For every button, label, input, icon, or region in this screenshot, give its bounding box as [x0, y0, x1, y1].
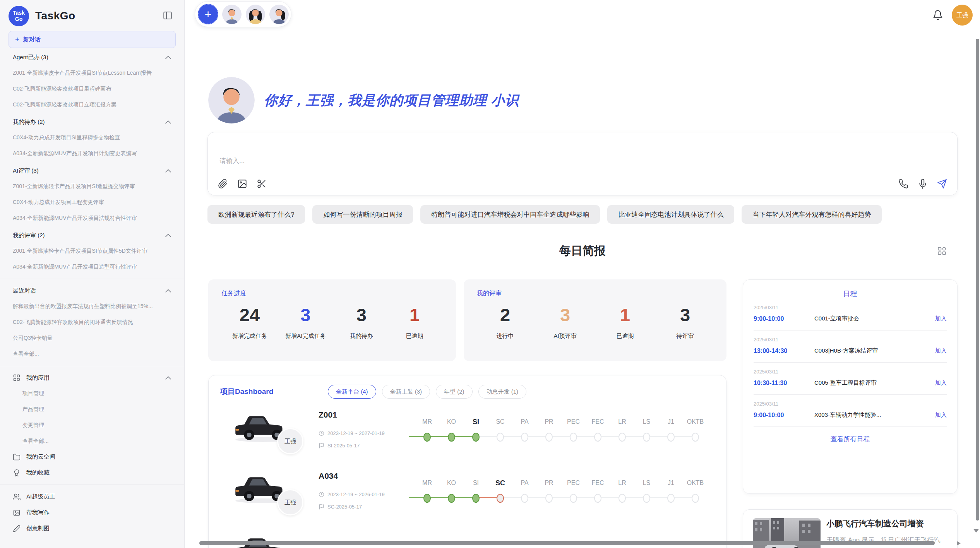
milestone-label: MR: [415, 478, 439, 488]
app-logo-line1: Task: [13, 10, 25, 16]
sidebar-list-item[interactable]: 项目管理: [0, 385, 184, 401]
event-time: 10:30-11:30: [754, 380, 814, 387]
dashboard-tab[interactable]: 全新平台 (4): [328, 385, 376, 399]
sidebar-link-cloud-folder[interactable]: 我的云空间: [0, 449, 184, 465]
news-title: 小鹏飞行汽车制造公司增资: [826, 518, 924, 529]
milestone-label: FEC: [586, 417, 610, 426]
vertical-scrollbar[interactable]: [976, 39, 979, 521]
sidebar-list-item[interactable]: 产品管理: [0, 401, 184, 417]
milestone-dot: [472, 433, 480, 442]
microphone-icon[interactable]: [918, 179, 928, 189]
milestone-dot: [618, 494, 626, 503]
sidebar-toggle-icon[interactable]: [163, 10, 173, 21]
sidebar-list-item[interactable]: 解释最新出台的欧盟报废车法规再生塑料比例被调至15%...: [0, 298, 184, 314]
chevron-up-icon[interactable]: [165, 376, 171, 380]
sidebar-list-item[interactable]: C0X4-动力总成开发项目工程变更评审: [0, 194, 184, 210]
sidebar-section-title: 我的应用: [26, 374, 50, 382]
milestone: MR: [415, 417, 439, 442]
image-icon[interactable]: [237, 179, 247, 189]
scroll-right-arrow-icon[interactable]: [957, 541, 961, 546]
dashboard-tab[interactable]: 动总开发 (1): [478, 385, 527, 399]
phone-icon[interactable]: [898, 179, 908, 189]
sidebar-tool-item[interactable]: AI超级员工: [0, 489, 184, 505]
flag-icon: [319, 504, 324, 510]
new-chat-button[interactable]: + 新对话: [9, 31, 176, 48]
horizontal-scrollbar[interactable]: [199, 541, 935, 545]
stat: 1已逾期: [397, 303, 432, 340]
sidebar-section-recent: 最近对话: [0, 283, 184, 298]
chevron-up-icon[interactable]: [165, 56, 171, 59]
sidebar-list-item[interactable]: 查看全部...: [0, 346, 184, 362]
event-join-link[interactable]: 加入: [935, 347, 947, 354]
apps-grid-icon: [13, 374, 21, 382]
project-dashboard-card: 项目Dashboard 全新平台 (4)全新上装 (3)年型 (2)动总开发 (…: [208, 375, 726, 548]
add-conversation-button[interactable]: +: [198, 4, 218, 24]
assistant-avatar-1[interactable]: [222, 4, 242, 24]
app-title: TaskGo: [35, 10, 75, 22]
chevron-up-icon[interactable]: [165, 289, 171, 293]
suggestion-chip[interactable]: 如何写一份清晰的项目周报: [312, 205, 413, 224]
conversation-toolbar: +: [195, 1, 291, 27]
chevron-up-icon[interactable]: [165, 169, 171, 173]
clock-icon: [319, 430, 324, 436]
paperclip-icon[interactable]: [218, 179, 228, 189]
sidebar-list-item[interactable]: C0X4-动力总成开发项目SI里程碑提交物检查: [0, 130, 184, 146]
sidebar-list-item[interactable]: A034-全新新能源MUV产品开发项目计划变更表编写: [0, 146, 184, 161]
suggestion-chip[interactable]: 欧洲新规最近颁布了什么?: [207, 205, 305, 224]
sidebar-list-item[interactable]: 查看全部...: [0, 433, 184, 449]
event-date: 2025/03/11: [754, 401, 947, 407]
sidebar-tool-item[interactable]: 创意制图: [0, 521, 184, 536]
event-join-link[interactable]: 加入: [935, 379, 947, 387]
sidebar-list-item[interactable]: C02-飞腾新能源轻客改款项目里程碑画布: [0, 81, 184, 97]
assistant-avatar-3[interactable]: [269, 4, 289, 24]
milestone: PEC: [561, 478, 586, 503]
chat-input[interactable]: 请输入...: [219, 156, 245, 165]
stat-value: 1: [608, 303, 642, 327]
topbar-right: 王强: [932, 0, 973, 30]
sidebar-list-item[interactable]: 公司Q3轻卡销量: [0, 330, 184, 346]
sidebar-list-item[interactable]: A034-全新新能源MUV产品开发项目法规符合性评审: [0, 210, 184, 226]
project-rows: 王强Z0012023-12-19 ~ 2027-01-19SI-2025-05-…: [209, 403, 726, 548]
dashboard-tab[interactable]: 年型 (2): [436, 385, 473, 399]
user-avatar[interactable]: 王强: [952, 5, 973, 26]
sidebar-list-item[interactable]: 变更管理: [0, 417, 184, 433]
new-chat-label: 新对话: [23, 36, 41, 43]
chevron-up-icon[interactable]: [165, 234, 171, 237]
send-icon[interactable]: [937, 179, 947, 189]
event-join-link[interactable]: 加入: [935, 315, 947, 322]
sidebar-list-item[interactable]: C02-飞腾新能源轻客改款项目立项汇报方案: [0, 97, 184, 113]
suggestion-chip[interactable]: 比亚迪全固态电池计划具体说了什么: [607, 205, 734, 224]
milestone-dot: [497, 433, 504, 442]
milestone-dot: [570, 494, 577, 503]
suggestion-chips: 欧洲新规最近颁布了什么?如何写一份清晰的项目周报特朗普可能对进口汽车增税会对中国…: [207, 205, 958, 224]
sidebar-list-item[interactable]: Z001-全新燃油轻卡产品开发项目SI节点属性5D文件评审: [0, 243, 184, 259]
suggestion-chip[interactable]: 特朗普可能对进口汽车增税会对中国车企造成哪些影响: [420, 205, 600, 224]
stat: 24新增完成任务: [232, 303, 267, 340]
assistant-avatar-2[interactable]: [245, 4, 266, 24]
brief-card-title: 任务进度: [221, 289, 443, 298]
sidebar-link-collection-badge[interactable]: 我的收藏: [0, 465, 184, 481]
view-all-schedule-link[interactable]: 查看所有日程: [754, 427, 947, 444]
app-logo-line2: Go: [15, 16, 22, 22]
milestone: FEC: [586, 417, 610, 442]
sidebar-divider: [0, 279, 184, 279]
layout-grid-icon[interactable]: [937, 246, 947, 256]
milestone: KO: [439, 417, 464, 442]
project-dates: 2023-12-19 ~ 2027-01-19: [319, 430, 385, 436]
milestone-dot: [594, 494, 601, 503]
chevron-up-icon[interactable]: [165, 120, 171, 124]
scissors-icon[interactable]: [257, 179, 267, 189]
event-name: X003-车辆动力学性能验...: [814, 411, 935, 419]
notifications-bell-icon[interactable]: [932, 10, 943, 21]
milestone: LR: [610, 417, 634, 442]
sidebar-list-item[interactable]: Z001-全新燃油皮卡产品开发项目SI节点Lesson Learn报告: [0, 65, 184, 81]
milestone-label: PEC: [561, 478, 586, 488]
event-join-link[interactable]: 加入: [935, 411, 947, 419]
sidebar-tool-item[interactable]: 帮我写作: [0, 505, 184, 521]
dashboard-tab[interactable]: 全新上装 (3): [382, 385, 430, 399]
sidebar-list-item[interactable]: A034-全新新能源MUV产品开发项目造型可行性评审: [0, 259, 184, 275]
sidebar-list-item[interactable]: Z001-全新燃油轻卡产品开发项目SI造型提交物评审: [0, 178, 184, 194]
scroll-down-arrow-icon[interactable]: [973, 529, 979, 533]
sidebar-list-item[interactable]: C02-飞腾新能源轻客改款项目的闭环通告反馈情况: [0, 314, 184, 330]
suggestion-chip[interactable]: 当下年轻人对汽车外观有怎样的喜好趋势: [742, 205, 882, 224]
